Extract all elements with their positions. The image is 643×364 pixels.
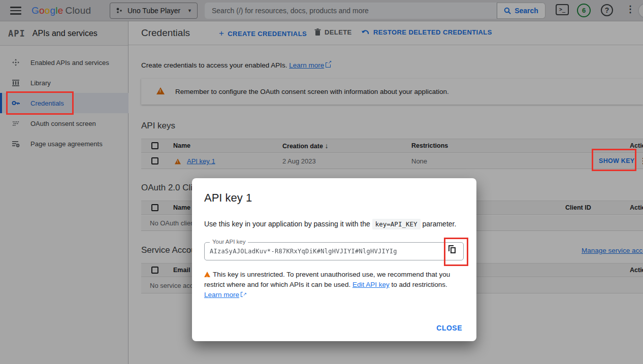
external-link-icon bbox=[241, 292, 246, 297]
dialog-body-text: Use this key in your application by pass… bbox=[204, 220, 456, 228]
api-key-dialog: API key 1 Use this key in your applicati… bbox=[192, 178, 476, 341]
warning-icon bbox=[204, 272, 210, 277]
dialog-title: API key 1 bbox=[204, 191, 252, 205]
copy-key-button[interactable] bbox=[446, 246, 459, 258]
edit-api-key-link[interactable]: Edit API key bbox=[352, 281, 390, 288]
field-label: Your API key bbox=[210, 239, 248, 245]
api-key-value: AIzaSyAJOLadKuv*-R87KRxYqDiK#NlgHVJIYI#N… bbox=[210, 248, 397, 255]
close-dialog-button[interactable]: CLOSE bbox=[436, 324, 462, 332]
api-key-field[interactable]: Your API key AIzaSyAJOLadKuv*-R87KRxYqDi… bbox=[204, 242, 464, 260]
copy-icon bbox=[451, 247, 456, 253]
dialog-learn-more-link[interactable]: Learn more bbox=[204, 291, 239, 299]
key-param-chip: key=API_KEY bbox=[372, 219, 421, 229]
dialog-warning: This key is unrestricted. To prevent una… bbox=[204, 270, 464, 300]
